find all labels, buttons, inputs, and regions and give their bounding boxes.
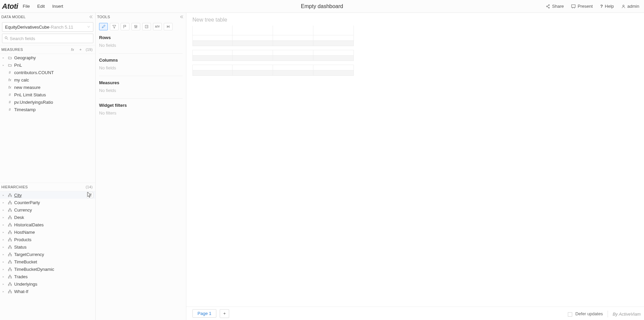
present-label: Present xyxy=(578,4,593,9)
measure-item-contributors[interactable]: # contributors.COUNT xyxy=(0,69,95,76)
hierarchy-label: TimeBucketDynamic xyxy=(14,267,54,272)
svg-point-9 xyxy=(5,36,7,38)
hierarchy-item-whatif[interactable]: ▸ What-If xyxy=(0,288,95,295)
export-icon[interactable] xyxy=(142,23,151,30)
rows-empty: No fields xyxy=(99,43,183,48)
caret-right-icon: ▸ xyxy=(3,275,5,278)
hierarchy-label: Trades xyxy=(14,274,28,279)
add-measure-icon[interactable]: + xyxy=(78,46,84,53)
page-tab[interactable]: Page 1 xyxy=(192,309,216,318)
measures-header: MEASURES fx + (19) xyxy=(0,45,95,54)
filter-icon[interactable] xyxy=(110,23,119,30)
hierarchy-item-counterparty[interactable]: ▸ CounterParty xyxy=(0,199,95,206)
filters-label: Widget filters xyxy=(99,103,183,108)
columns-icon[interactable] xyxy=(164,23,173,30)
tools-panel: TOOLS X/Y xyxy=(96,13,186,320)
search-input[interactable] xyxy=(10,36,91,41)
edit-mode-icon[interactable] xyxy=(99,23,108,30)
collapse-data-model-icon[interactable] xyxy=(89,15,93,19)
fx-icon: fx xyxy=(7,85,12,89)
hierarchy-label: Status xyxy=(14,245,27,250)
caret-right-icon: ▸ xyxy=(3,216,5,219)
svg-rect-31 xyxy=(11,233,12,234)
svg-rect-62 xyxy=(145,25,148,28)
caret-right-icon: ▸ xyxy=(3,260,5,263)
svg-rect-22 xyxy=(11,211,12,212)
svg-rect-54 xyxy=(8,292,9,293)
app-logo: Atoti xyxy=(0,2,23,11)
hierarchies-count: (14) xyxy=(86,185,93,189)
measure-item-pvunderlyings[interactable]: # pv.UnderlyingsRatio xyxy=(0,98,95,106)
xy-mode-icon[interactable]: X/Y xyxy=(153,23,162,30)
cube-selector[interactable]: EquityDerivativesCube - Ranch 5.11 xyxy=(2,22,93,32)
caret-right-icon: ▸ xyxy=(3,283,5,286)
svg-rect-14 xyxy=(89,194,92,194)
hierarchy-item-trades[interactable]: ▸ Trades xyxy=(0,273,95,280)
hierarchy-label: What-If xyxy=(14,289,28,294)
hierarchy-item-status[interactable]: ▸ Status xyxy=(0,243,95,251)
measure-item-timestamp[interactable]: # Timestamp xyxy=(0,106,95,113)
hierarchy-item-underlyings[interactable]: ▸ Underlyings xyxy=(0,280,95,288)
put-on-rows-button[interactable] xyxy=(87,192,93,198)
search-fields-box[interactable] xyxy=(2,34,93,43)
measure-item-newmeasure[interactable]: fx new measure xyxy=(0,84,95,91)
caret-right-icon: ▸ xyxy=(3,238,5,241)
tree-table-placeholder[interactable] xyxy=(192,26,644,76)
menu-insert[interactable]: Insert xyxy=(52,4,63,9)
user-menu[interactable]: admin xyxy=(621,4,639,9)
svg-rect-25 xyxy=(11,218,12,219)
hierarchy-icon xyxy=(7,290,12,293)
hierarchy-item-historical[interactable]: ▸ HistoricalDates xyxy=(0,221,95,228)
brand-by: By ActiveViam xyxy=(613,312,641,317)
rows-zone[interactable]: Rows No fields xyxy=(96,32,186,52)
measure-item-pnllimit[interactable]: # PnL Limit Status xyxy=(0,91,95,98)
search-icon xyxy=(4,36,8,41)
main-menu: File Edit Insert xyxy=(23,4,63,9)
measure-label: pv.UnderlyingsRatio xyxy=(14,100,53,105)
dashboard-title[interactable]: Empty dashboard xyxy=(301,3,343,9)
hierarchy-icon xyxy=(7,282,12,286)
widget-title-placeholder[interactable]: New tree table xyxy=(186,13,644,26)
flag-icon[interactable] xyxy=(121,23,129,30)
hierarchy-item-timebucket[interactable]: ▸ TimeBucket xyxy=(0,258,95,265)
hierarchies-title: HIERARCHIES xyxy=(1,185,28,189)
hierarchy-item-desk[interactable]: ▸ Desk xyxy=(0,214,95,221)
hierarchy-icon xyxy=(7,216,12,219)
hierarchy-icon xyxy=(7,201,12,204)
defer-updates-toggle[interactable]: Defer updates xyxy=(568,311,603,316)
share-button[interactable]: Share xyxy=(546,4,564,9)
svg-rect-13 xyxy=(11,196,12,197)
svg-line-4 xyxy=(548,6,549,7)
topbar-right: Share Present ? Help admin xyxy=(546,4,644,9)
columns-zone[interactable]: Columns No fields xyxy=(96,55,186,74)
hierarchy-icon xyxy=(7,230,12,234)
menu-file[interactable]: File xyxy=(23,4,30,9)
divider xyxy=(99,53,183,54)
hierarchy-item-products[interactable]: ▸ Products xyxy=(0,236,95,243)
menu-edit[interactable]: Edit xyxy=(37,4,45,9)
measures-zone[interactable]: Measures No fields xyxy=(96,77,186,97)
hierarchy-item-targetcurrency[interactable]: ▸ TargetCurrency xyxy=(0,251,95,258)
present-button[interactable]: Present xyxy=(571,4,593,9)
measure-item-mycalc[interactable]: fx my calc xyxy=(0,76,95,84)
measure-label: PnL xyxy=(14,63,22,68)
hierarchy-icon xyxy=(7,193,12,197)
hierarchy-item-hostname[interactable]: ▸ HostName xyxy=(0,228,95,236)
measure-item-geography[interactable]: ▸ Geography xyxy=(0,54,95,61)
svg-rect-23 xyxy=(9,216,10,217)
help-label: Help xyxy=(605,4,614,9)
svg-rect-48 xyxy=(8,277,9,278)
tools-header: TOOLS xyxy=(96,13,186,21)
svg-rect-47 xyxy=(9,275,10,276)
hierarchy-item-currency[interactable]: ▸ Currency xyxy=(0,206,95,214)
collapse-tools-icon[interactable] xyxy=(179,15,183,19)
hierarchy-item-city[interactable]: ▸ City xyxy=(0,191,95,199)
hierarchy-item-timebucketdyn[interactable]: ▸ TimeBucketDynamic xyxy=(0,265,95,273)
filters-zone[interactable]: Widget filters No filters xyxy=(96,100,186,120)
sliders-icon[interactable] xyxy=(131,23,140,30)
svg-rect-18 xyxy=(8,203,9,204)
fx-icon[interactable]: fx xyxy=(69,46,75,53)
help-button[interactable]: ? Help xyxy=(600,4,614,9)
measure-item-pnl[interactable]: ▸ PnL xyxy=(0,61,95,69)
add-page-button[interactable]: + xyxy=(220,309,229,318)
